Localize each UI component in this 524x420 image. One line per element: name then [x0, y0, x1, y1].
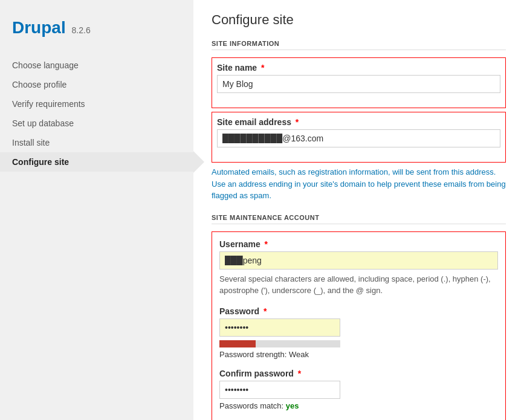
username-label: Username *: [219, 239, 498, 249]
drupal-logo: Drupal: [12, 18, 66, 37]
confirm-password-group: Confirm password * Passwords match: yes: [219, 369, 498, 410]
site-email-display: [217, 129, 500, 147]
main-content: Configure site SITE INFORMATION Site nam…: [193, 0, 524, 420]
passwords-match-text: Passwords match: yes: [219, 401, 498, 410]
site-information-section: SITE INFORMATION Site name * Site email …: [212, 40, 506, 202]
confirm-password-required: *: [298, 369, 301, 378]
site-name-label: Site name *: [217, 63, 500, 73]
site-email-input[interactable]: [217, 129, 500, 147]
username-help: Several special characters are allowed, …: [219, 273, 498, 297]
site-name-field-wrapper: Site name *: [212, 57, 506, 108]
site-email-help: Automated emails, such as registration i…: [212, 166, 506, 202]
nav-list: Choose language Choose profile Verify re…: [0, 56, 193, 172]
site-email-required: *: [296, 117, 299, 127]
username-group: Username * Several special characters ar…: [219, 239, 498, 297]
username-input[interactable]: [219, 251, 498, 270]
username-required: *: [265, 239, 268, 249]
confirm-password-input[interactable]: [219, 381, 340, 399]
password-strength-bar-area: Password strength: Weak: [219, 340, 498, 359]
password-strength-bar-fill: [219, 340, 256, 347]
sidebar-item-set-up-database[interactable]: Set up database: [0, 114, 193, 133]
page-title: Configure site: [212, 12, 506, 28]
password-input[interactable]: [219, 318, 340, 337]
password-strength-text: Password strength: Weak: [219, 350, 498, 359]
site-name-input[interactable]: [217, 75, 500, 93]
site-information-label: SITE INFORMATION: [212, 40, 506, 50]
site-email-group: Site email address *: [217, 117, 500, 147]
maintenance-section: SITE MAINTENANCE ACCOUNT Username * Seve…: [212, 214, 506, 421]
password-group: Password * Password strength: Weak: [219, 306, 498, 359]
site-name-group: Site name *: [217, 63, 500, 93]
sidebar-item-configure-site[interactable]: Configure site: [0, 152, 193, 172]
drupal-version: 8.2.6: [72, 25, 91, 35]
site-email-field-wrapper: Site email address *: [212, 112, 506, 163]
sidebar-item-install-site[interactable]: Install site: [0, 133, 193, 152]
site-email-label: Site email address *: [217, 117, 500, 127]
confirm-password-label: Confirm password *: [219, 369, 498, 378]
password-strength-bar-bg: [219, 340, 340, 347]
sidebar-item-choose-profile[interactable]: Choose profile: [0, 75, 193, 94]
sidebar-item-choose-language[interactable]: Choose language: [0, 56, 193, 75]
maintenance-label: SITE MAINTENANCE ACCOUNT: [212, 214, 506, 224]
site-name-required: *: [261, 63, 264, 73]
sidebar: Drupal 8.2.6 Choose language Choose prof…: [0, 0, 193, 420]
password-required: *: [264, 306, 267, 316]
maintenance-block: Username * Several special characters ar…: [212, 231, 506, 421]
logo-area: Drupal 8.2.6: [0, 12, 193, 56]
sidebar-item-verify-requirements[interactable]: Verify requirements: [0, 94, 193, 114]
passwords-match-value: yes: [286, 401, 299, 410]
password-label: Password *: [219, 306, 498, 316]
